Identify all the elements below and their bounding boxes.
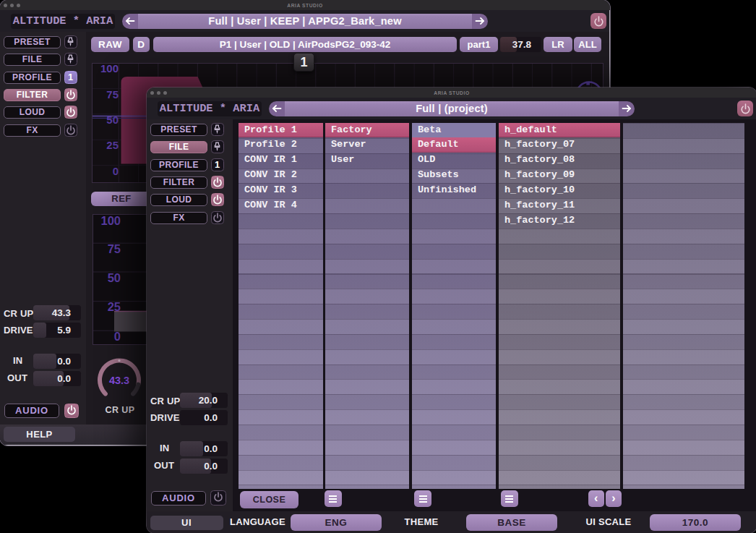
- svg-text:100: 100: [100, 215, 121, 227]
- svg-text:50: 50: [106, 114, 119, 126]
- svg-text:25: 25: [108, 300, 121, 313]
- svg-text:0: 0: [114, 329, 121, 342]
- svg-text:75: 75: [108, 242, 121, 255]
- svg-text:43.3: 43.3: [109, 375, 129, 386]
- svg-text:25: 25: [106, 139, 119, 151]
- svg-text:0: 0: [113, 165, 119, 177]
- svg-text:75: 75: [106, 88, 119, 101]
- svg-text:100: 100: [100, 64, 119, 74]
- svg-text:50: 50: [108, 270, 121, 283]
